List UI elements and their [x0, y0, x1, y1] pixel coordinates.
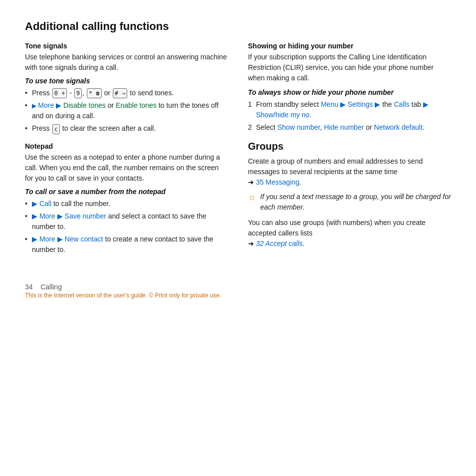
notepad-subheading: To call or save a number from the notepa… — [25, 188, 228, 196]
notepad-bullet-3: ▶ More ▶ New contact to create a new con… — [25, 234, 228, 255]
enable-tones-label: Enable tones — [116, 101, 157, 109]
notepad-bullets: ▶ Call to call the number. ▶ More ▶ Save… — [25, 199, 228, 255]
notepad-desc: Use the screen as a notepad to enter a p… — [25, 152, 228, 184]
disable-tones-label: Disable tones — [63, 101, 106, 109]
arrow-more-3: ▶ — [32, 235, 39, 243]
notepad-bullet-1: ▶ Call to call the number. — [25, 199, 228, 209]
network-default-label: Network default — [374, 123, 423, 131]
groups-heading: Groups — [248, 141, 451, 152]
call-label: Call — [39, 200, 51, 208]
tone-signals-heading: Tone signals — [25, 42, 228, 50]
tip-text: If you send a text message to a group, y… — [260, 192, 452, 213]
step-1: 1 From standby select Menu ▶ Settings ▶ … — [248, 99, 451, 120]
groups-desc1: Create a group of numbers and email addr… — [248, 156, 451, 188]
step-num-1: 1 — [248, 99, 252, 110]
groups-tip: ☼ If you send a text message to a group,… — [248, 192, 451, 213]
footer-caption: This is the Internet version of the user… — [25, 292, 451, 299]
show-hide-number-section: Showing or hiding your number If your su… — [248, 42, 451, 133]
key-c: c — [52, 124, 60, 134]
hide-number-label: Hide number — [324, 123, 364, 131]
arrow-show-hide: ▶ — [423, 100, 429, 108]
settings-label: Settings — [348, 100, 373, 108]
key-0plus: 0 + — [52, 88, 67, 98]
footer: 34 Calling This is the Internet version … — [25, 283, 451, 299]
footer-page-num: 34 — [25, 283, 33, 291]
bullet-item-1: Press 0 + - 9, * ☎ or # ⇒ to send tones. — [25, 88, 228, 98]
notepad-bullet-2: ▶ More ▶ Save number and select a contac… — [25, 211, 228, 232]
menu-label: Menu — [321, 100, 338, 108]
page-layout: Tone signals Use telephone banking servi… — [25, 42, 451, 263]
tone-signals-desc: Use telephone banking services or contro… — [25, 52, 228, 73]
arrow-call: ▶ — [32, 200, 39, 208]
save-number-label: Save number — [65, 212, 106, 220]
calls-tab-label: Calls — [394, 100, 409, 108]
more-label-3: More — [39, 235, 55, 243]
show-number-label: Show number — [277, 123, 320, 131]
key-star: * ☎ — [87, 88, 102, 98]
show-hide-desc: If your subscription supports the Callin… — [248, 52, 451, 83]
arrow-disable: ▶ — [54, 101, 63, 109]
show-hide-steps: 1 From standby select Menu ▶ Settings ▶ … — [248, 99, 451, 133]
tone-signals-bullets: Press 0 + - 9, * ☎ or # ⇒ to send tones.… — [25, 88, 228, 134]
footer-page-label — [34, 283, 40, 291]
groups-ref2: ➜ — [248, 239, 256, 247]
press-label: Press — [32, 89, 52, 97]
bullet-item-2: ▶ More ▶ Disable tones or Enable tones t… — [25, 100, 228, 121]
right-column: Showing or hiding your number If your su… — [248, 42, 451, 263]
left-column: Tone signals Use telephone banking servi… — [25, 42, 228, 263]
key-9: 9 — [74, 88, 82, 98]
arrow-new: ▶ — [55, 235, 65, 243]
show-hide-subheading: To always show or hide your phone number — [248, 88, 451, 96]
groups-section: Groups Create a group of numbers and ema… — [248, 141, 451, 249]
tone-signals-section: Tone signals Use telephone banking servi… — [25, 42, 228, 134]
notepad-heading: Notepad — [25, 142, 228, 150]
arrow-save: ▶ — [55, 212, 65, 220]
page-title: Additional calling functions — [25, 20, 451, 33]
show-hide-heading: Showing or hiding your number — [248, 42, 451, 50]
groups-ref1-link: 35 Messaging — [256, 178, 299, 186]
more-label-2: More — [39, 212, 55, 220]
notepad-section: Notepad Use the screen as a notepad to e… — [25, 142, 228, 255]
step-2: 2 Select Show number, Hide number or Net… — [248, 122, 451, 133]
groups-ref2-link: 32 Accept calls — [256, 239, 303, 247]
bullet-item-3: Press c to clear the screen after a call… — [25, 123, 228, 134]
key-hash: # ⇒ — [113, 88, 128, 98]
groups-ref1: ➜ — [248, 178, 256, 186]
arrow-more-1: ▶ — [32, 102, 38, 109]
arrow-settings: ▶ — [338, 100, 348, 108]
new-contact-label: New contact — [65, 235, 103, 243]
arrow-calls-tab: ▶ — [373, 100, 382, 108]
step-num-2: 2 — [248, 122, 252, 133]
tip-icon: ☼ — [248, 192, 256, 203]
more-label-1: More — [38, 101, 54, 109]
groups-desc2: You can also use groups (with numbers) w… — [248, 218, 451, 249]
footer-label: Calling — [40, 283, 62, 291]
arrow-more-2: ▶ — [32, 212, 39, 220]
show-hide-my-no-label: Show/hide my no. — [256, 111, 311, 119]
press-label-2: Press — [32, 124, 52, 132]
tone-signals-subheading: To use tone signals — [25, 77, 228, 85]
